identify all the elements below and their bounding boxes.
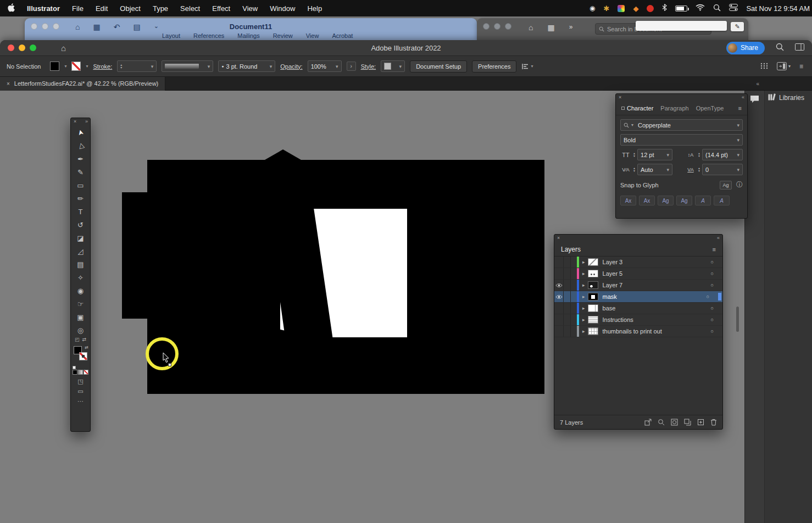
preferences-button[interactable]: Preferences xyxy=(472,60,516,73)
edit-toolbar-icon[interactable]: ⋯ xyxy=(71,396,90,406)
panels-icon[interactable] xyxy=(795,43,804,53)
home-icon[interactable] xyxy=(529,23,533,32)
share-button[interactable]: Share xyxy=(726,42,765,54)
home-icon[interactable] xyxy=(61,43,66,53)
color-mode-button[interactable] xyxy=(73,370,77,375)
control-center-icon[interactable] xyxy=(729,4,738,13)
snap-xheight-button[interactable]: Ax xyxy=(639,196,655,205)
expand-icon[interactable] xyxy=(582,329,585,334)
lock-toggle[interactable] xyxy=(564,314,571,325)
background-search-window[interactable]: ✎ xyxy=(477,18,748,40)
kerning-stepper[interactable] xyxy=(633,167,635,173)
layer-name[interactable]: thumbnails to print out xyxy=(603,328,662,335)
ribbon-tab[interactable]: Mailings xyxy=(237,32,259,40)
zoom-button[interactable] xyxy=(505,23,511,30)
document-tab[interactable]: LetterformStudiesFA22.ai* @ 42.22 % (RGB… xyxy=(0,77,165,91)
lock-toggle[interactable] xyxy=(564,268,571,279)
panel-menu-icon[interactable] xyxy=(738,105,742,112)
snap-glyph-settings-button[interactable]: Ag xyxy=(720,181,732,190)
menubar-clock[interactable]: Sat Nov 12 9:54 AM xyxy=(746,4,810,13)
gradient-mode-button[interactable] xyxy=(78,370,83,375)
snap-angular-guides-button[interactable]: A xyxy=(695,196,711,205)
fill-swatch[interactable] xyxy=(50,62,59,71)
visibility-toggle[interactable] xyxy=(554,280,564,291)
font-size-stepper[interactable] xyxy=(633,152,635,158)
blend-tool[interactable]: ◉ xyxy=(71,284,90,297)
layer-row[interactable]: Layer 5 xyxy=(554,268,722,280)
opacity-combo[interactable]: 100% xyxy=(308,60,342,72)
ribbon-tab[interactable]: View xyxy=(306,32,319,40)
gradient-tool[interactable]: ▤ xyxy=(71,258,90,271)
collect-for-export-icon[interactable] xyxy=(644,419,652,426)
ribbon-tab[interactable]: References xyxy=(193,32,224,40)
visibility-toggle[interactable] xyxy=(554,314,564,325)
expand-icon[interactable] xyxy=(582,259,585,265)
status-app-icon[interactable]: ✱ xyxy=(603,4,609,13)
stepper-icon[interactable] xyxy=(120,64,122,69)
panel-menu-icon[interactable] xyxy=(713,246,716,253)
window-controls[interactable] xyxy=(483,23,511,30)
comments-panel-icon[interactable] xyxy=(750,95,759,105)
layer-row[interactable]: base xyxy=(554,303,722,314)
type-tool[interactable]: T xyxy=(71,205,90,218)
canvas-scrollbar[interactable] xyxy=(736,307,739,332)
format-brush-chip[interactable]: ✎ xyxy=(731,22,744,31)
direct-selection-tool[interactable]: ▷ xyxy=(71,139,90,152)
expand-panel-icon[interactable] xyxy=(85,119,88,124)
save-icon[interactable] xyxy=(547,23,554,32)
target-icon[interactable] xyxy=(711,317,714,322)
lock-toggle[interactable] xyxy=(564,291,571,302)
none-mode-button[interactable] xyxy=(84,370,88,375)
collapse-icon[interactable] xyxy=(717,235,720,241)
menu-file[interactable]: File xyxy=(72,4,84,13)
font-family-combo[interactable]: Copperplate xyxy=(620,119,743,131)
visibility-toggle[interactable] xyxy=(554,268,564,279)
scale-tool[interactable]: ◿ xyxy=(71,244,90,258)
tracking-stepper[interactable] xyxy=(698,167,700,173)
target-icon[interactable] xyxy=(707,294,709,299)
expand-icon[interactable] xyxy=(582,317,585,322)
lock-toggle[interactable] xyxy=(564,303,571,314)
tracking-combo[interactable]: 0 xyxy=(702,164,743,175)
layer-row[interactable]: thumbnails to print out xyxy=(554,326,722,337)
brush-preset-combo[interactable]: ● 3 pt. Round xyxy=(218,60,275,72)
layer-row-selected[interactable]: mask xyxy=(554,291,722,303)
tab-character[interactable]: Character xyxy=(621,105,653,112)
leading-combo[interactable]: (14.4 pt) xyxy=(702,149,743,160)
libraries-label[interactable]: Libraries xyxy=(779,94,804,102)
menubar-app-name[interactable]: Illustrator xyxy=(27,4,60,13)
font-size-combo[interactable]: 12 pt xyxy=(637,149,672,160)
paintbrush-tool[interactable]: ✏ xyxy=(71,192,90,205)
lock-toggle[interactable] xyxy=(564,257,571,268)
stroke-chevron-icon[interactable] xyxy=(86,64,88,69)
style-combo[interactable] xyxy=(381,60,405,72)
visibility-toggle[interactable] xyxy=(554,326,564,337)
menu-icon[interactable] xyxy=(799,63,803,70)
eyedropper-tool[interactable]: ✧ xyxy=(71,271,90,284)
arrange-documents-icon[interactable] xyxy=(760,63,768,70)
layer-name[interactable]: Layer 3 xyxy=(603,259,623,265)
spotlight-icon[interactable] xyxy=(713,4,721,13)
lock-toggle[interactable] xyxy=(564,326,571,337)
menu-view[interactable]: View xyxy=(242,4,258,13)
minimize-button[interactable] xyxy=(494,23,500,30)
pen-tool[interactable]: ✒ xyxy=(71,152,90,165)
opacity-options-arrow[interactable] xyxy=(347,62,356,71)
target-icon[interactable] xyxy=(711,329,714,334)
expand-icon[interactable] xyxy=(582,305,585,311)
swap-fill-stroke-icon[interactable] xyxy=(85,345,88,350)
swap-colors-icon[interactable]: ⇄ xyxy=(82,337,86,344)
locate-object-icon[interactable] xyxy=(658,419,665,426)
draw-modes-icon[interactable]: ◰ xyxy=(75,337,80,344)
apple-menu-icon[interactable] xyxy=(8,3,15,14)
layer-row[interactable]: Instructions xyxy=(554,314,722,326)
tab-paragraph[interactable]: Paragraph xyxy=(660,105,688,112)
close-icon[interactable] xyxy=(619,94,621,100)
menu-type[interactable]: Type xyxy=(153,4,168,13)
shape-mode-icon[interactable]: ◳ xyxy=(71,376,90,386)
collapse-dock-icon[interactable] xyxy=(756,81,759,87)
layer-name[interactable]: Layer 5 xyxy=(603,270,623,277)
menu-help[interactable]: Help xyxy=(307,4,322,13)
zoom-tool[interactable]: ◎ xyxy=(71,324,90,337)
eraser-tool[interactable]: ◪ xyxy=(71,231,90,244)
